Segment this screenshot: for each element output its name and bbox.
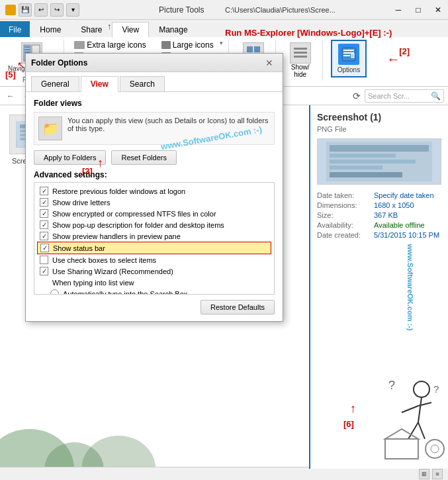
radio-auto-type[interactable] <box>50 289 59 295</box>
extra-large-icons[interactable]: Extra large icons <box>72 40 148 50</box>
drive-letters-label: Show drive letters <box>52 199 110 207</box>
adv-item-restore[interactable]: Restore previous folder windows at logon <box>37 185 271 197</box>
maximize-button[interactable]: □ <box>408 0 428 20</box>
checkbox-drive-letters[interactable] <box>40 198 48 207</box>
options-icon <box>338 44 359 65</box>
stick-figure-2: ? ? <box>382 376 448 456</box>
preview-handlers-label: Show preview handlers in preview pane <box>52 232 181 240</box>
annotation-6: [6] <box>343 419 354 429</box>
svg-rect-3 <box>24 49 30 50</box>
save-qat-btn[interactable]: 💾 <box>19 3 32 17</box>
large-icons[interactable]: Large icons <box>159 40 216 50</box>
annotation-2: [2] <box>399 46 410 56</box>
adv-item-preview-handlers[interactable]: Show preview handlers in preview pane <box>37 230 271 242</box>
tab-view[interactable]: View <box>112 22 149 38</box>
adv-item-typing-label: When typing into list view <box>37 277 271 288</box>
title-bar: 💾 ↩ ↪ ▾ Picture Tools C:\Users\Claudia\P… <box>0 0 448 20</box>
status-bar: ⊞ ≡ <box>0 467 448 480</box>
annotation-5: [5] <box>5 70 16 79</box>
svg-rect-9 <box>294 48 307 50</box>
svg-line-47 <box>418 422 425 439</box>
detail-size: Size: 367 KB <box>317 211 441 219</box>
folder-view-buttons: Apply to Folders Reset Folders <box>34 150 275 165</box>
dialog-tab-general[interactable]: General <box>31 76 79 91</box>
checkbox-status-bar[interactable] <box>40 244 49 252</box>
qat-more-btn[interactable]: ▾ <box>66 3 79 17</box>
view-toggle-1[interactable]: ⊞ <box>419 469 429 479</box>
landscape-bg <box>0 416 167 469</box>
large-icon <box>161 41 171 49</box>
ntfs-label: Show encrypted or compressed NTFS files … <box>52 210 216 218</box>
reset-folders-btn[interactable]: Reset Folders <box>111 150 176 165</box>
checkbox-ntfs[interactable] <box>40 209 48 218</box>
options-button[interactable]: Options <box>331 40 367 77</box>
advanced-settings-list[interactable]: Restore previous folder windows at logon… <box>34 182 275 295</box>
svg-point-53 <box>431 445 439 453</box>
advanced-label: Advanced settings: <box>34 170 275 179</box>
size-label: Size: <box>317 211 370 219</box>
adv-item-auto-type[interactable]: Automatically type into the Search Box <box>37 288 271 295</box>
annotation-3: [3] <box>82 166 93 176</box>
date-created-label: Date created: <box>317 231 370 239</box>
auto-type-label: Automatically type into the Search Box <box>63 290 187 295</box>
dialog-body: www.SoftwareOK.com :-) Folder views 📁 Yo… <box>26 92 283 321</box>
checkbox-sharing[interactable] <box>40 267 48 275</box>
folder-icon: 📁 <box>38 117 62 140</box>
search-placeholder: Search Scr... <box>368 92 410 100</box>
folder-options-dialog: Folder Options ✕ General View Search [3]… <box>25 53 283 322</box>
checkbox-checkboxes[interactable] <box>40 256 48 264</box>
folder-views-label: Folder views <box>34 99 275 108</box>
checkbox-preview-handlers[interactable] <box>40 232 48 240</box>
detail-dimensions: Dimensions: 1680 x 1050 <box>317 201 441 209</box>
undo-qat-btn[interactable]: ↩ <box>34 3 48 17</box>
adv-item-ntfs-color[interactable]: Show encrypted or compressed NTFS files … <box>37 208 271 219</box>
adv-item-status-bar[interactable]: Show status bar ← [4] <box>37 242 271 254</box>
dialog-tab-search[interactable]: Search <box>120 76 165 91</box>
apply-to-folders-btn[interactable]: Apply to Folders <box>34 150 106 165</box>
checkbox-popup[interactable] <box>40 220 48 229</box>
svg-rect-41 <box>330 172 402 177</box>
minimize-button[interactable]: ─ <box>388 0 408 20</box>
adv-item-popup[interactable]: Show pop-up description for folder and d… <box>37 219 271 230</box>
popup-label: Show pop-up description for folder and d… <box>52 221 224 229</box>
layout-expand: ▾ <box>220 40 223 46</box>
layout-expand-btn[interactable]: ▾ <box>220 40 223 46</box>
arrow-2: ← <box>386 52 400 67</box>
preview-title: Screenshot (1) <box>317 112 441 122</box>
options-section: Options [2] ← <box>331 40 367 77</box>
address-right: ⟳ Search Scr... 🔍 <box>350 89 444 103</box>
view-toggle-2[interactable]: ≡ <box>432 469 443 479</box>
tab-file[interactable]: File <box>0 21 30 37</box>
search-box[interactable]: Search Scr... 🔍 <box>365 89 444 103</box>
status-bar-label: Show status bar <box>53 244 105 252</box>
size-value: 367 KB <box>374 211 398 219</box>
restore-defaults-btn[interactable]: Restore Defaults <box>201 300 275 314</box>
tab-manage[interactable]: Manage <box>149 21 197 37</box>
checkbox-restore[interactable] <box>40 187 48 195</box>
svg-rect-38 <box>330 154 396 158</box>
tab-share[interactable]: Share <box>71 21 112 37</box>
checkboxes-label: Use check boxes to select items <box>52 256 156 264</box>
redo-qat-btn[interactable]: ↪ <box>50 3 64 17</box>
sharing-label: Use Sharing Wizard (Recommended) <box>52 267 173 275</box>
svg-text:?: ? <box>388 379 395 392</box>
adv-item-drive-letters[interactable]: Show drive letters <box>37 197 271 208</box>
svg-rect-15 <box>343 55 350 56</box>
tab-home[interactable]: Home <box>30 21 71 37</box>
availability-value: Available offline <box>374 221 425 229</box>
dialog-close-btn[interactable]: ✕ <box>261 56 277 70</box>
svg-text:?: ? <box>433 383 439 395</box>
picture-tools-label: Picture Tools <box>159 5 204 15</box>
svg-rect-10 <box>294 52 307 54</box>
close-button[interactable]: ✕ <box>428 0 448 20</box>
back-btn[interactable]: ← <box>4 89 17 103</box>
dialog-tab-view[interactable]: View <box>81 76 118 92</box>
refresh-btn[interactable]: ⟳ <box>350 89 363 103</box>
adv-item-sharing-wizard[interactable]: Use Sharing Wizard (Recommended) <box>37 265 271 277</box>
svg-rect-2 <box>24 46 30 48</box>
show-hide-btn[interactable]: Show/ hide <box>284 40 317 81</box>
arrow-3: ↑ <box>97 156 103 170</box>
adv-item-checkboxes[interactable]: Use check boxes to select items <box>37 254 271 265</box>
run-message: Run MS-Explorer [Windows-Logo]+[E] :-) <box>225 28 392 38</box>
search-icon: 🔍 <box>431 91 441 101</box>
